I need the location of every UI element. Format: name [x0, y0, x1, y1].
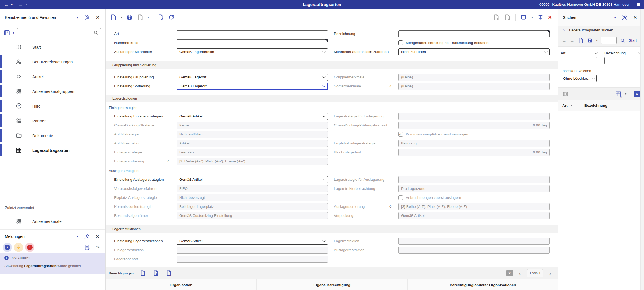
message-list-item[interactable]: i SYS-00021 Anwendung Lagerauftragsarten…: [0, 253, 105, 274]
delete-row-icon[interactable]: [166, 270, 172, 276]
forward-caret-icon[interactable]: ▾: [26, 3, 27, 6]
close-icon[interactable]: ×: [96, 233, 99, 239]
new-row-icon[interactable]: [140, 270, 146, 276]
search-art-input[interactable]: [561, 57, 597, 64]
berechtigungen-table-header: Organisation Eigene Berechtigung Berecht…: [106, 279, 558, 290]
loeschkennzeichen-select[interactable]: Ohne Löschke…: [561, 75, 597, 82]
chevron-down-icon[interactable]: [595, 51, 598, 54]
lagerzonenart-label: Lagerzonenart: [114, 257, 177, 261]
forward-icon[interactable]: →: [18, 2, 23, 7]
validate-document-icon[interactable]: [157, 14, 164, 21]
sidebar-item-start[interactable]: Start: [0, 40, 105, 54]
window-layout-icon[interactable]: [520, 14, 527, 21]
redo-icon[interactable]: ↷: [95, 245, 100, 250]
message-filters: i ⚠ ! ↷: [0, 243, 105, 252]
menu-search-input[interactable]: [17, 28, 101, 37]
page-title: Lagerauftragsarten: [303, 2, 341, 7]
bestandseigentuemer-field: Gemäß Customizing-Einstellung: [177, 212, 328, 219]
search-section-header[interactable]: Lagerauftragsarten suchen: [558, 26, 644, 34]
verpackung-label: Verpackung: [328, 214, 398, 218]
refresh-icon[interactable]: [168, 14, 175, 21]
excel-export-icon[interactable]: X: [506, 270, 513, 276]
sidebar-item-artikelmerkmale[interactable]: Artikelmerkmale: [0, 214, 105, 229]
mitarbeiter-zuordnen-select[interactable]: Nicht zuordnen: [398, 48, 550, 55]
einstellung-einlager-select[interactable]: Gemäß Artikel: [177, 113, 328, 120]
nummernkreis-input[interactable]: [177, 39, 328, 46]
panel-caret-icon[interactable]: ▾: [77, 16, 79, 19]
sidebar-item-hilfe[interactable]: ? Hilfe: [0, 99, 105, 113]
auslagersortierung-field: [3] Reihe (A-Z); Platz (A-Z); Ebene (A-Z…: [398, 203, 550, 210]
einstellung-auslager-select[interactable]: Gemäß Artikel: [177, 176, 328, 183]
kommissionierstrategie-field: Beliebiger Lagerplatz: [177, 203, 328, 210]
page-next-icon[interactable]: ›: [549, 270, 551, 276]
zustaendiger-mitarbeiter-select[interactable]: Gemäß Lagerbereich: [177, 48, 328, 55]
pin-off-icon[interactable]: [622, 14, 628, 20]
new-document-caret-icon[interactable]: ▾: [121, 16, 122, 19]
detail-view-icon[interactable]: [562, 91, 569, 97]
search-document-icon[interactable]: [504, 14, 511, 21]
toolbar-divider: [515, 14, 516, 21]
sidebar-item-artikel[interactable]: Artikel: [0, 69, 105, 84]
chevron-down-icon: [322, 177, 325, 180]
page-prev-icon[interactable]: ‹: [519, 270, 521, 276]
menu-list-caret-icon[interactable]: ▾: [13, 31, 14, 34]
menu-icon[interactable]: ≡: [637, 2, 640, 8]
saved-search-input[interactable]: [601, 37, 617, 44]
column-settings-icon[interactable]: ⚙: [615, 91, 621, 97]
result-column-art[interactable]: Art ▲: [558, 100, 581, 111]
page-indicator[interactable]: 1 von 1: [527, 269, 543, 277]
excel-export-icon[interactable]: X: [634, 91, 640, 97]
nav-back-icon[interactable]: ←: [562, 38, 566, 43]
close-icon[interactable]: ×: [96, 14, 99, 20]
save-search-caret-icon[interactable]: ▾: [596, 39, 598, 42]
company-name: Kauftreu Hannover GmbH DE-30163 Hannover: [552, 2, 630, 7]
back-caret-icon[interactable]: ▾: [11, 3, 13, 6]
panel-caret-icon[interactable]: ▾: [77, 235, 78, 238]
sidebar-item-artikelmerkmalgruppen[interactable]: Artikelmerkmalgruppen: [0, 84, 105, 99]
save-icon[interactable]: [126, 14, 133, 21]
delete-document-caret-icon[interactable]: ▾: [148, 16, 149, 19]
pin-off-icon[interactable]: [84, 233, 90, 239]
add-document-icon[interactable]: [493, 14, 499, 21]
einstellung-sortierung-select[interactable]: Gemäß Lagerort: [177, 83, 328, 90]
menu-list-icon[interactable]: [3, 29, 10, 36]
column-settings-caret-icon[interactable]: ▾: [625, 93, 626, 95]
bezeichnung-input[interactable]: [398, 30, 550, 37]
search-icon[interactable]: [93, 30, 99, 35]
warning-filter-icon[interactable]: ⚠: [14, 243, 23, 252]
close-icon[interactable]: ×: [633, 14, 637, 20]
result-column-bezeichnung[interactable]: Bezeichnung: [581, 100, 644, 111]
einstellung-restriktionen-select[interactable]: Gemäß Artikel: [177, 238, 328, 245]
save-search-icon[interactable]: [587, 37, 593, 43]
sidebar-item-partner[interactable]: Partner: [0, 113, 105, 128]
gruppiermerkmale-label: Gruppiermerkmale: [328, 75, 398, 79]
search-bezeichnung-input[interactable]: [604, 57, 641, 64]
einstellung-gruppierung-select[interactable]: Gemäß Lagerort: [177, 74, 328, 81]
scrollbar[interactable]: [640, 9, 644, 290]
sortiermerkmale-label: Sortiermerkmale◊: [328, 84, 398, 88]
close-red-icon[interactable]: ×: [548, 14, 552, 20]
pin-off-icon[interactable]: [84, 14, 90, 20]
fit-height-icon[interactable]: [537, 14, 543, 20]
back-icon[interactable]: ←: [4, 2, 9, 7]
error-filter-icon[interactable]: !: [25, 243, 34, 252]
info-filter-icon[interactable]: i: [3, 243, 12, 252]
search-icon[interactable]: [620, 38, 625, 43]
message-log-edit-icon[interactable]: [84, 244, 90, 251]
sidebar-item-lagerauftragsarten[interactable]: Lagerauftragsarten: [0, 143, 105, 158]
kommissionierstrategie-label: Kommissionierstrategie: [114, 205, 177, 209]
sidebar-item-benutzereinstellungen[interactable]: Benutzereinstellungen: [0, 54, 105, 69]
start-search-button[interactable]: Start: [629, 38, 637, 43]
panel-caret-icon[interactable]: ▾: [614, 16, 616, 19]
new-document-icon[interactable]: [110, 14, 117, 21]
strategie-einlagerung-label: Lagerstrategie für Einlagerung: [328, 114, 398, 118]
sidebar-item-dokumente[interactable]: Dokumente: [0, 128, 105, 143]
checkbox-icon[interactable]: [398, 40, 403, 45]
cross-docking-field: Keine: [177, 122, 328, 129]
delete-document-icon[interactable]: [137, 14, 143, 21]
nav-forward-icon[interactable]: →: [570, 38, 574, 43]
new-search-icon[interactable]: [578, 37, 584, 43]
art-input[interactable]: [177, 30, 328, 37]
search-row-icon[interactable]: [153, 270, 159, 276]
window-layout-caret-icon[interactable]: ▾: [531, 16, 533, 19]
